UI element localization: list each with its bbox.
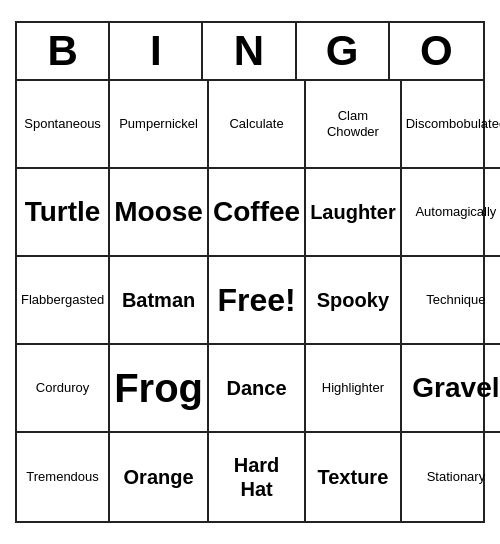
cell-text: Spontaneous (24, 116, 101, 132)
cell-text: Frog (114, 364, 203, 412)
cell-text: Tremendous (26, 469, 99, 485)
cell-text: Gravel (412, 371, 499, 405)
cell-text: Hard Hat (234, 453, 280, 501)
bingo-cell[interactable]: Turtle (17, 169, 110, 257)
bingo-cell[interactable]: Pumpernickel (110, 81, 209, 169)
cell-text: Clam Chowder (327, 108, 379, 139)
cell-text: Orange (124, 465, 194, 489)
bingo-cell[interactable]: Flabbergasted (17, 257, 110, 345)
bingo-cell[interactable]: Clam Chowder (306, 81, 402, 169)
bingo-cell[interactable]: Tremendous (17, 433, 110, 521)
bingo-cell[interactable]: Coffee (209, 169, 306, 257)
cell-text: Coffee (213, 195, 300, 229)
bingo-cell[interactable]: Automagically (402, 169, 500, 257)
header-letter: B (17, 23, 110, 79)
cell-text: Texture (318, 465, 389, 489)
bingo-cell[interactable]: Laughter (306, 169, 402, 257)
header-letter: I (110, 23, 203, 79)
bingo-cell[interactable]: Calculate (209, 81, 306, 169)
bingo-cell[interactable]: Technique (402, 257, 500, 345)
cell-text: Automagically (415, 204, 496, 220)
cell-text: Technique (426, 292, 485, 308)
bingo-cell[interactable]: Gravel (402, 345, 500, 433)
bingo-cell[interactable]: Stationary (402, 433, 500, 521)
cell-text: Discombobulated (406, 116, 500, 132)
cell-text: Spooky (317, 288, 389, 312)
bingo-grid: SpontaneousPumpernickelCalculateClam Cho… (17, 81, 483, 521)
bingo-cell[interactable]: Highlighter (306, 345, 402, 433)
bingo-cell[interactable]: Free! (209, 257, 306, 345)
cell-text: Flabbergasted (21, 292, 104, 308)
cell-text: Laughter (310, 200, 396, 224)
bingo-cell[interactable]: Dance (209, 345, 306, 433)
cell-text: Free! (217, 281, 295, 319)
bingo-cell[interactable]: Corduroy (17, 345, 110, 433)
header-letter: O (390, 23, 483, 79)
bingo-cell[interactable]: Discombobulated (402, 81, 500, 169)
cell-text: Calculate (229, 116, 283, 132)
bingo-cell[interactable]: Batman (110, 257, 209, 345)
bingo-header: BINGO (17, 23, 483, 81)
cell-text: Moose (114, 195, 203, 229)
bingo-cell[interactable]: Spontaneous (17, 81, 110, 169)
cell-text: Pumpernickel (119, 116, 198, 132)
cell-text: Highlighter (322, 380, 384, 396)
bingo-card: BINGO SpontaneousPumpernickelCalculateCl… (15, 21, 485, 523)
bingo-cell[interactable]: Hard Hat (209, 433, 306, 521)
bingo-cell[interactable]: Texture (306, 433, 402, 521)
cell-text: Dance (227, 376, 287, 400)
header-letter: G (297, 23, 390, 79)
header-letter: N (203, 23, 296, 79)
cell-text: Batman (122, 288, 195, 312)
cell-text: Turtle (25, 195, 101, 229)
bingo-cell[interactable]: Moose (110, 169, 209, 257)
bingo-cell[interactable]: Orange (110, 433, 209, 521)
bingo-cell[interactable]: Frog (110, 345, 209, 433)
bingo-cell[interactable]: Spooky (306, 257, 402, 345)
cell-text: Corduroy (36, 380, 89, 396)
cell-text: Stationary (427, 469, 486, 485)
